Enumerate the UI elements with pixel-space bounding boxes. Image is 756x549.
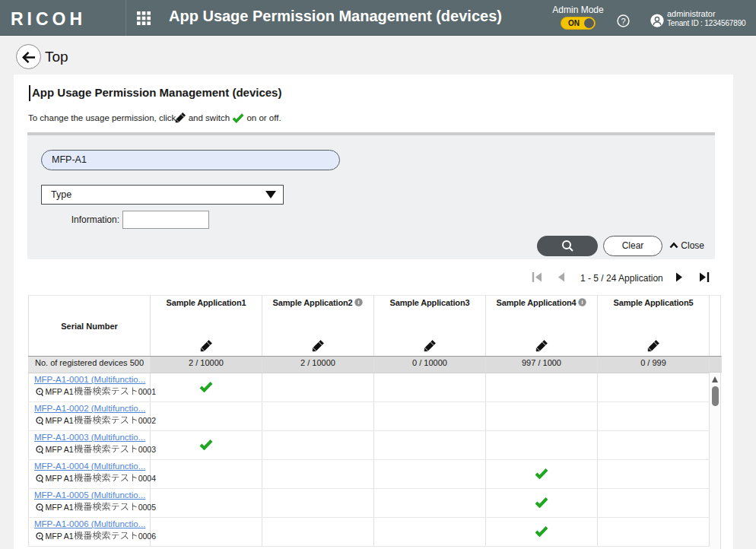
svg-text:?: ? [621, 17, 625, 26]
